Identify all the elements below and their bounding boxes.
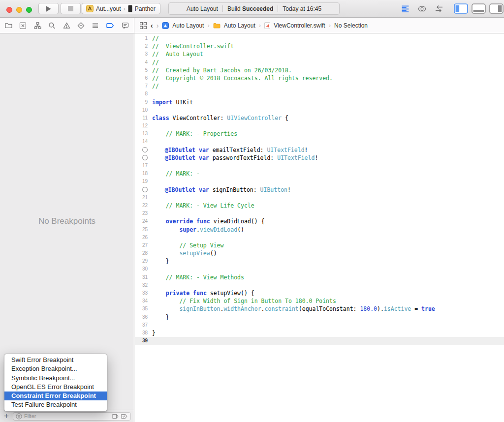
enabled-breakpoints-filter-icon[interactable] [121,414,128,419]
line-number[interactable]: 27 [135,241,152,249]
code-line[interactable]: 26 [135,234,504,241]
symbol-navigator-icon[interactable] [33,22,42,30]
code-line[interactable]: @IBOutlet var emailTextField: UITextFiel… [135,146,504,154]
line-number[interactable]: 13 [135,130,152,138]
line-number[interactable]: 14 [135,138,152,146]
code-line[interactable]: 30 [135,265,504,273]
ib-outlet-indicator[interactable] [135,154,151,162]
version-editor-icon[interactable] [434,5,444,13]
stop-button[interactable] [61,3,81,14]
code-line[interactable]: 19 [135,178,504,185]
code-line[interactable]: @IBOutlet var passwordTextField: UITextF… [135,154,504,162]
line-number[interactable]: 8 [135,90,152,98]
zoom-window-button[interactable] [26,7,32,13]
line-number[interactable]: 17 [135,162,152,170]
ib-outlet-indicator[interactable] [135,146,151,154]
debug-navigator-icon[interactable] [91,22,99,30]
line-number[interactable]: 18 [135,170,152,178]
code-line[interactable]: 29 } [135,257,504,265]
breadcrumb-selection[interactable]: No Selection [334,22,368,29]
source-control-navigator-icon[interactable] [19,22,27,30]
code-line[interactable]: 39 [135,337,504,345]
scheme-selector[interactable]: Aut...yout › Panther [82,3,160,14]
navigator-panel-toggle[interactable] [454,3,468,14]
line-number[interactable]: 31 [135,273,152,281]
code-line[interactable]: 9import UIKit [135,98,504,106]
code-line[interactable]: 31 // MARK: - View Methods [135,273,504,281]
breakpoint-menu-item[interactable]: Symbolic Breakpoint... [4,374,107,383]
line-number[interactable]: 23 [135,210,152,217]
line-number[interactable]: 32 [135,281,152,289]
breakpoint-menu-item[interactable]: Constraint Error Breakpoint [4,392,107,400]
line-number[interactable]: 10 [135,106,152,114]
line-number[interactable]: 30 [135,265,152,273]
add-breakpoint-button[interactable]: + [3,412,10,420]
line-number[interactable]: 6 [135,74,152,82]
code-line[interactable]: 2// ViewController.swift [135,42,504,50]
find-navigator-icon[interactable] [48,22,56,30]
code-line[interactable]: 17 [135,162,504,170]
issue-navigator-icon[interactable] [63,22,71,30]
code-line[interactable]: 35 signInButton.widthAnchor.constraint(e… [135,305,504,313]
line-number[interactable]: 9 [135,98,152,106]
line-number[interactable]: 36 [135,313,152,321]
debug-area-toggle[interactable] [472,3,486,14]
breakpoint-menu-item[interactable]: Swift Error Breakpoint [4,356,107,364]
code-line[interactable]: 24 override func viewDidLoad() { [135,217,504,225]
line-number[interactable]: 7 [135,82,152,90]
minimize-window-button[interactable] [16,7,22,13]
code-line[interactable]: 7// [135,82,504,90]
line-number[interactable]: 24 [135,217,152,225]
inspector-panel-toggle[interactable] [489,3,504,14]
line-number[interactable]: 34 [135,297,152,305]
code-line[interactable]: 25 super.viewDidLoad() [135,226,504,234]
close-window-button[interactable] [6,7,12,13]
line-number[interactable]: 1 [135,34,152,42]
code-line[interactable]: 11class ViewController: UIViewController… [135,114,504,122]
line-number[interactable]: 25 [135,226,152,234]
code-line[interactable]: @IBOutlet var signInButton: UIButton! [135,186,504,194]
breakpoint-menu-item[interactable]: Test Failure Breakpoint [4,400,107,409]
line-number[interactable]: 3 [135,50,152,58]
line-number[interactable]: 2 [135,42,152,50]
line-number[interactable]: 22 [135,202,152,210]
line-number[interactable]: 33 [135,289,152,297]
line-number[interactable]: 37 [135,321,152,329]
line-number[interactable]: 5 [135,66,152,74]
line-number[interactable]: 28 [135,249,152,257]
line-number[interactable]: 38 [135,329,152,337]
code-line[interactable]: 34 // Fix Width of Sign in Button To 180… [135,297,504,305]
code-line[interactable]: 4// [135,59,504,66]
line-number[interactable]: 4 [135,59,152,66]
code-line[interactable]: 27 // Setup View [135,241,504,249]
code-line[interactable]: 10 [135,106,504,114]
breadcrumb-project[interactable]: Auto Layout [172,22,204,29]
line-number[interactable]: 39 [135,337,152,345]
go-forward-button[interactable]: › [157,22,159,30]
line-number[interactable]: 12 [135,122,152,130]
code-line[interactable]: 21 [135,194,504,202]
source-editor[interactable]: 1//2// ViewController.swift3// Auto Layo… [135,33,504,422]
code-line[interactable]: 12 [135,122,504,130]
code-line[interactable]: 18 // MARK: - [135,170,504,178]
ib-outlet-indicator[interactable] [135,186,151,194]
breakpoint-menu-item[interactable]: OpenGL ES Error Breakpoint [4,383,107,392]
filter-input[interactable]: Filter [13,412,131,421]
code-line[interactable]: 32 [135,281,504,289]
code-line[interactable]: 22 // MARK: - View Life Cycle [135,202,504,210]
code-line[interactable]: 38} [135,329,504,337]
code-line[interactable]: 14 [135,138,504,146]
code-line[interactable]: 36 } [135,313,504,321]
line-number[interactable]: 11 [135,114,152,122]
standard-editor-icon[interactable] [401,4,410,13]
breakpoint-navigator-icon[interactable] [106,22,115,30]
code-line[interactable]: 13 // MARK: - Properties [135,130,504,138]
test-navigator-icon[interactable] [77,22,85,30]
code-line[interactable]: 1// [135,34,504,42]
code-line[interactable]: 33 private func setupView() { [135,289,504,297]
code-line[interactable]: 6// Copyright © 2018 Cocoacasts. All rig… [135,74,504,82]
breadcrumb-group[interactable]: Auto Layout [224,22,255,29]
run-button[interactable] [38,3,59,14]
go-back-button[interactable]: ‹ [151,22,153,30]
report-navigator-icon[interactable] [121,22,129,30]
